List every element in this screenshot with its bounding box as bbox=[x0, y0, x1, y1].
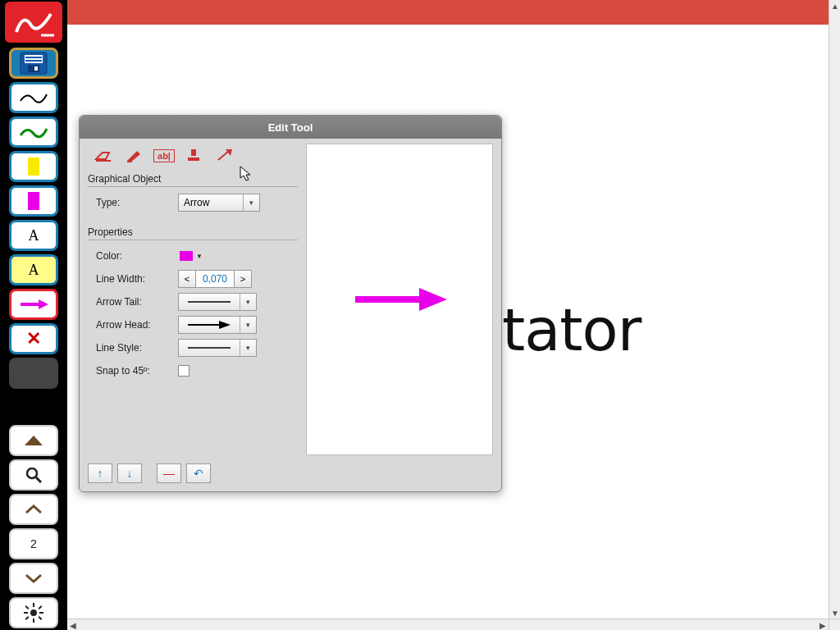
undo-button[interactable]: ↶ bbox=[186, 463, 211, 483]
delete-tool[interactable]: ✕ bbox=[9, 323, 58, 354]
line-style-select[interactable]: ▾ bbox=[178, 339, 257, 357]
remove-button[interactable]: — bbox=[157, 463, 181, 483]
color-swatch bbox=[180, 251, 193, 261]
settings-button[interactable] bbox=[9, 597, 58, 628]
highlight-yellow-tool[interactable] bbox=[9, 151, 58, 182]
page-number-display[interactable]: 2 bbox=[9, 528, 58, 559]
arrow-head-select[interactable]: ▾ bbox=[178, 316, 257, 334]
freehand-green-tool[interactable] bbox=[9, 116, 58, 148]
snap-label: Snap to 45º: bbox=[88, 365, 178, 377]
nav-next-button[interactable] bbox=[9, 563, 58, 594]
dialog-footer: ↑ ↓ — ↶ bbox=[88, 463, 211, 483]
line-width-spinner: < > bbox=[178, 270, 252, 288]
tab-eraser[interactable] bbox=[91, 147, 116, 165]
save-button[interactable] bbox=[9, 48, 58, 79]
edit-tool-dialog: Edit Tool ab| Graphical Object Type: Arr… bbox=[79, 115, 502, 492]
scroll-left-button[interactable]: ◀ bbox=[67, 619, 79, 630]
scroll-down-button[interactable]: ▼ bbox=[829, 607, 840, 619]
horizontal-scrollbar[interactable]: ◀ ▶ bbox=[67, 619, 829, 630]
svg-rect-19 bbox=[25, 616, 30, 620]
text-a-icon: A bbox=[29, 227, 39, 244]
svg-rect-16 bbox=[39, 612, 43, 614]
arrow-tail-none-icon bbox=[185, 298, 234, 306]
app-logo bbox=[5, 2, 62, 43]
scroll-up-button[interactable]: ▲ bbox=[829, 0, 840, 11]
line-width-decrement[interactable]: < bbox=[178, 270, 196, 288]
tool-sidebar: A A ✕ 2 bbox=[0, 0, 67, 630]
scroll-corner bbox=[829, 619, 840, 630]
arrow-tail-label: Arrow Tail: bbox=[88, 296, 178, 308]
svg-rect-13 bbox=[33, 603, 34, 607]
line-style-solid-icon bbox=[185, 344, 234, 352]
vertical-scrollbar[interactable]: ▲ ▼ bbox=[829, 0, 840, 619]
document-text-fragment: tator bbox=[502, 295, 641, 364]
svg-rect-20 bbox=[39, 616, 43, 620]
chevron-down-icon: ▾ bbox=[243, 194, 259, 211]
page-number: 2 bbox=[30, 537, 37, 550]
svg-line-27 bbox=[218, 151, 229, 160]
line-width-increment[interactable]: > bbox=[234, 270, 252, 288]
move-down-button[interactable]: ↓ bbox=[117, 463, 142, 483]
chevron-down-icon bbox=[25, 573, 43, 583]
move-up-button[interactable]: ↑ bbox=[88, 463, 112, 483]
text-a-highlight-icon: A bbox=[29, 262, 39, 279]
svg-rect-2 bbox=[25, 55, 43, 63]
dialog-titlebar[interactable]: Edit Tool bbox=[80, 116, 501, 139]
svg-rect-25 bbox=[191, 149, 196, 156]
svg-rect-18 bbox=[39, 605, 43, 609]
svg-rect-6 bbox=[34, 66, 38, 71]
tab-pencil[interactable] bbox=[122, 147, 147, 165]
scroll-right-button[interactable]: ▶ bbox=[817, 619, 829, 630]
chevron-down-icon: ▾ bbox=[240, 317, 256, 333]
snap-checkbox[interactable] bbox=[178, 365, 189, 377]
tab-arrow[interactable] bbox=[212, 147, 237, 165]
svg-point-10 bbox=[27, 468, 37, 478]
tab-stamp[interactable] bbox=[181, 147, 206, 165]
dialog-left-pane: ab| Graphical Object Type: Arrow ▾ Prope… bbox=[88, 144, 298, 455]
properties-header: Properties bbox=[88, 225, 298, 240]
svg-marker-34 bbox=[419, 288, 447, 311]
svg-rect-3 bbox=[25, 57, 42, 58]
x-icon: ✕ bbox=[26, 328, 41, 349]
svg-marker-21 bbox=[96, 153, 109, 159]
arrow-tail-select[interactable]: ▾ bbox=[178, 293, 257, 311]
svg-point-12 bbox=[30, 609, 37, 616]
svg-marker-9 bbox=[25, 436, 43, 445]
svg-rect-15 bbox=[24, 612, 28, 614]
type-select[interactable]: Arrow ▾ bbox=[178, 194, 260, 212]
nav-top-button[interactable] bbox=[9, 425, 58, 456]
textbox-icon: ab| bbox=[158, 151, 171, 161]
chevron-down-icon: ▾ bbox=[240, 294, 256, 310]
chevron-down-icon: ▾ bbox=[240, 340, 256, 356]
text-tool[interactable]: A bbox=[9, 220, 58, 251]
svg-rect-17 bbox=[25, 605, 30, 609]
svg-rect-4 bbox=[25, 60, 42, 62]
tool-type-tabs: ab| bbox=[88, 144, 298, 171]
chevron-up-icon bbox=[25, 504, 43, 514]
tab-textbox[interactable]: ab| bbox=[153, 149, 175, 162]
color-label: Color: bbox=[88, 250, 178, 262]
highlight-magenta-tool[interactable] bbox=[9, 185, 58, 217]
preview-arrow-icon bbox=[350, 283, 449, 316]
freehand-tool[interactable] bbox=[9, 82, 58, 113]
type-label: Type: bbox=[88, 197, 178, 208]
line-width-label: Line Width: bbox=[88, 273, 178, 285]
arrow-tool[interactable] bbox=[9, 289, 58, 320]
magnifier-icon bbox=[25, 466, 43, 484]
graphical-object-header: Graphical Object bbox=[88, 171, 298, 187]
text-highlight-tool[interactable]: A bbox=[9, 254, 58, 285]
color-picker[interactable]: ▼ bbox=[178, 251, 203, 261]
triangle-up-icon bbox=[25, 436, 43, 445]
line-style-label: Line Style: bbox=[88, 342, 178, 354]
chevron-down-icon: ▼ bbox=[196, 253, 203, 260]
gear-icon bbox=[24, 603, 43, 623]
svg-line-11 bbox=[36, 477, 41, 482]
svg-rect-14 bbox=[33, 619, 34, 623]
sidebar-spacer bbox=[9, 358, 58, 389]
svg-marker-31 bbox=[219, 321, 231, 329]
line-width-input[interactable] bbox=[196, 270, 234, 288]
dialog-title: Edit Tool bbox=[268, 121, 313, 134]
svg-marker-23 bbox=[127, 151, 140, 162]
nav-prev-button[interactable] bbox=[9, 494, 58, 525]
zoom-button[interactable] bbox=[9, 459, 58, 491]
